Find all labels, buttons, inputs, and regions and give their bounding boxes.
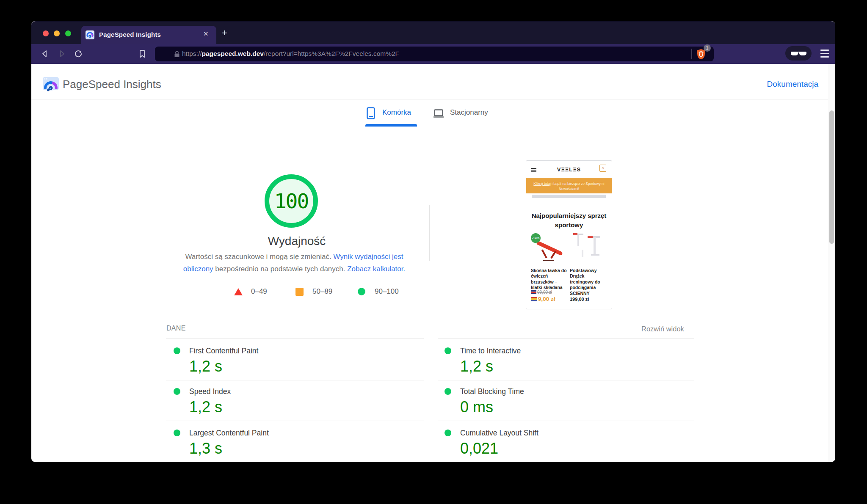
uk-flag-icon — [531, 290, 536, 294]
calculator-link-part1[interactable]: Wynik wydajności jest — [333, 253, 403, 261]
metric-label: Speed Index — [189, 387, 231, 396]
addressbar-divider — [691, 49, 692, 59]
flag-icon — [531, 297, 537, 301]
tab-favicon-icon — [86, 30, 94, 39]
browser-toolbar: https://pagespeed.web.dev/report?url=htt… — [31, 44, 835, 64]
bookmark-icon[interactable] — [138, 50, 146, 58]
metrics-divider — [166, 338, 424, 339]
metric-value: 1,2 s — [189, 358, 222, 375]
new-tab-button[interactable]: + — [222, 28, 227, 38]
back-icon[interactable] — [41, 50, 48, 58]
forward-icon[interactable] — [58, 50, 66, 58]
legend-range: 50–89 — [312, 287, 332, 296]
metric-label: First Contentful Paint — [189, 346, 258, 355]
scrollbar-track[interactable] — [828, 64, 835, 462]
product2-price: 199,00 zł — [570, 297, 589, 302]
metrics-section-title: DANE — [166, 325, 186, 332]
browser-tab[interactable]: PageSpeed Insights ✕ — [81, 26, 216, 44]
product1-price: 9,00 zł — [531, 296, 555, 302]
metric-row-divider — [438, 380, 694, 380]
metric-row-divider — [438, 421, 694, 421]
site-heading: Najpopularniejszy sprzęt sportowy — [526, 211, 612, 230]
metric-row-divider — [166, 380, 424, 380]
metric-status-icon — [445, 347, 451, 354]
site-logo: VΞΞLΞS — [526, 166, 612, 173]
shield-badge: 1 — [704, 44, 711, 52]
url-path: /report?url=https%3A%2F%2Fveeles.com%2F — [264, 50, 399, 57]
product2-name: Podstawowy Drążek treningowy do podciąga… — [570, 268, 608, 296]
performance-score: 100 — [269, 179, 313, 223]
legend-range: 90–100 — [375, 287, 399, 296]
category-title: Wydajność — [212, 234, 381, 248]
legend-square-icon — [295, 288, 304, 296]
menu-icon[interactable] — [820, 50, 829, 58]
metric-status-icon — [174, 430, 180, 436]
column-divider — [429, 205, 430, 261]
tab-desktop[interactable]: Stacjonarny — [450, 108, 488, 117]
metric-value: 1,2 s — [460, 358, 493, 375]
page-content: PageSpeed Insights Dokumentacja Komórka … — [31, 64, 835, 462]
metric-row-divider — [166, 421, 424, 421]
pagespeed-logo-icon — [42, 74, 59, 92]
metric-value: 1,3 s — [189, 440, 222, 457]
site-screenshot: VΞΞLΞS 0 Kliknij tutaj i bądź na bieżąco… — [526, 160, 612, 309]
product1-name: Skośna ławka do ćwiczeń brzuszków – klat… — [531, 268, 569, 291]
documentation-link[interactable]: Dokumentacja — [767, 80, 818, 89]
product1-old-price: 99,00 zł — [531, 290, 552, 295]
metrics-divider — [438, 338, 694, 339]
scrollbar-thumb[interactable] — [829, 110, 834, 244]
tab-close-icon[interactable]: ✕ — [203, 30, 209, 38]
desktop-icon — [433, 109, 445, 119]
product2-image — [570, 232, 607, 264]
calculator-link-part2[interactable]: obliczony — [183, 265, 213, 273]
traffic-zoom-button[interactable] — [65, 30, 71, 36]
metric-label: Largest Contentful Paint — [189, 428, 269, 438]
traffic-minimize-button[interactable] — [54, 30, 60, 36]
browser-window: PageSpeed Insights ✕ + https://pagespeed… — [31, 21, 835, 462]
product1-image: -14% — [530, 232, 567, 264]
active-tab-underline — [365, 124, 417, 127]
metric-status-icon — [445, 430, 451, 436]
metric-label: Time to Interactive — [460, 346, 521, 355]
metric-value: 0,021 — [460, 440, 498, 457]
site-banner: Kliknij tutaj i bądź na bieżąco ze Sport… — [526, 178, 612, 193]
legend-circle-icon — [358, 288, 365, 295]
see-calculator-link[interactable]: Zobacz kalkulator. — [347, 265, 405, 273]
tab-title: PageSpeed Insights — [99, 31, 161, 38]
sunglasses-icon — [791, 52, 798, 55]
disclaimer-text: Wartości są szacunkowe i mogą się zmieni… — [146, 251, 442, 275]
site-cart-icon: 0 — [599, 165, 606, 172]
mobile-phone-icon — [367, 107, 375, 119]
url-text: https://pagespeed.web.dev/report?url=htt… — [182, 50, 399, 58]
tab-bar: PageSpeed Insights ✕ + — [31, 21, 835, 44]
url-domain: pagespeed.web.dev — [202, 50, 264, 57]
app-title: PageSpeed Insights — [63, 78, 161, 91]
metric-label: Cumulative Layout Shift — [460, 428, 538, 438]
metric-status-icon — [174, 347, 180, 354]
expand-view-link[interactable]: Rozwiń widok — [641, 325, 684, 333]
reload-icon[interactable] — [74, 50, 83, 58]
traffic-close-button[interactable] — [43, 30, 49, 36]
metric-value: 1,2 s — [189, 399, 222, 416]
tab-mobile[interactable]: Komórka — [382, 108, 411, 117]
metric-label: Total Blocking Time — [460, 387, 524, 396]
discount-badge: -14% — [531, 233, 541, 243]
metric-value: 0 ms — [460, 399, 493, 416]
performance-gauge: 100 — [265, 174, 318, 228]
page-header: PageSpeed Insights Dokumentacja — [31, 64, 835, 99]
metric-status-icon — [445, 388, 451, 395]
legend-range: 0–49 — [251, 287, 267, 296]
metric-status-icon — [174, 388, 180, 395]
lock-icon — [174, 50, 180, 58]
legend-triangle-icon — [234, 288, 243, 295]
site-grey-bar — [532, 195, 606, 198]
brave-rewards-button[interactable] — [785, 46, 812, 61]
address-bar[interactable]: https://pagespeed.web.dev/report?url=htt… — [155, 47, 714, 61]
url-scheme: https:// — [182, 50, 202, 57]
